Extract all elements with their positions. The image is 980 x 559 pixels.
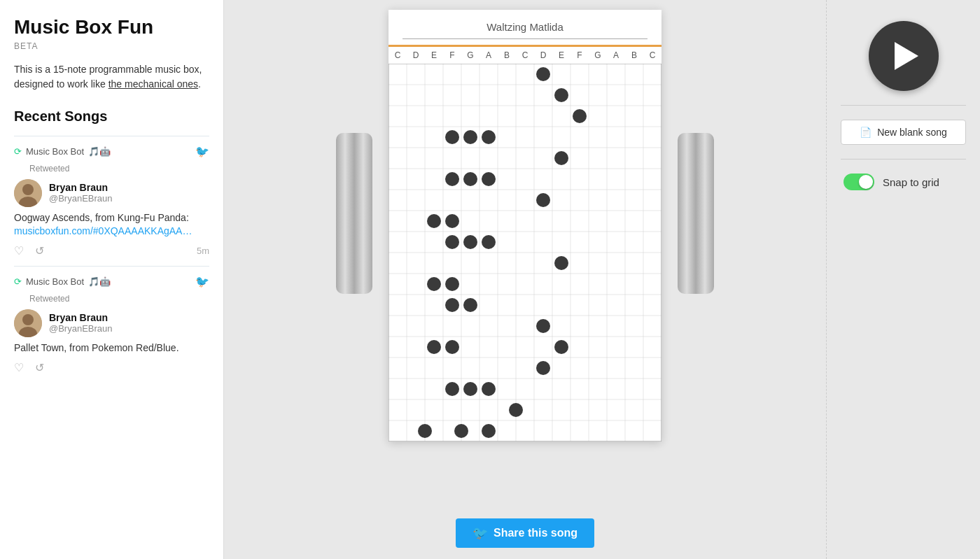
bot-name: Music Box Bot — [26, 146, 84, 157]
note-label: F — [443, 50, 461, 60]
svg-point-47 — [554, 151, 568, 165]
tweet-link[interactable]: musicboxfun.com/#0XQAAAAKKAgAA… — [14, 225, 192, 236]
svg-point-48 — [445, 172, 459, 186]
svg-point-64 — [445, 340, 459, 354]
new-song-label: New blank song — [877, 127, 947, 138]
svg-point-50 — [482, 172, 496, 186]
svg-point-55 — [463, 235, 477, 249]
play-icon — [895, 42, 918, 70]
svg-point-66 — [536, 361, 550, 375]
note-label: G — [589, 50, 607, 60]
user-info: Bryan Braun @BryanEBraun — [49, 312, 113, 334]
tweet-footer: ♡ ↺ — [14, 361, 209, 374]
svg-point-72 — [454, 424, 468, 438]
retweeted-label: Retweeted — [29, 164, 209, 174]
svg-point-69 — [482, 382, 496, 396]
note-label: A — [607, 50, 625, 60]
note-label: D — [407, 50, 425, 60]
svg-point-58 — [427, 277, 441, 291]
note-label: E — [552, 50, 570, 60]
divider — [841, 159, 966, 160]
svg-point-71 — [418, 424, 432, 438]
share-button-label: Share this song — [493, 527, 578, 539]
roller-right — [678, 133, 714, 294]
toggle-knob — [859, 175, 873, 189]
song-title: Waltzing Matlida — [402, 21, 648, 39]
divider — [841, 105, 966, 106]
svg-point-54 — [445, 235, 459, 249]
document-icon: 📄 — [860, 127, 872, 138]
roller-left — [336, 133, 372, 294]
beta-badge: BETA — [14, 41, 209, 51]
note-label: F — [570, 50, 589, 60]
user-handle: @BryanEBraun — [49, 193, 113, 204]
svg-point-1 — [22, 184, 34, 195]
svg-point-67 — [445, 382, 459, 396]
recent-songs-heading: Recent Songs — [14, 108, 209, 125]
twitter-share-icon: 🐦 — [472, 525, 488, 541]
like-button[interactable]: ♡ — [14, 361, 24, 374]
retweeted-label: Retweeted — [29, 294, 209, 304]
share-song-button[interactable]: 🐦 Share this song — [456, 518, 594, 548]
avatar — [14, 179, 42, 207]
tweet-content: Pallet Town, from Pokemon Red/Blue. — [14, 341, 209, 355]
mechanical-link[interactable]: the mechanical ones — [108, 78, 198, 90]
tweet-header: ⟳ Music Box Bot 🎵🤖 🐦 — [14, 145, 209, 158]
note-label: E — [425, 50, 443, 60]
note-labels-row: C D E F G A B C D E F G A B C — [388, 47, 662, 64]
music-grid[interactable] — [388, 64, 662, 441]
user-info: Bryan Braun @BryanEBraun — [49, 182, 113, 204]
tweet-user-row: Bryan Braun @BryanEBraun — [14, 179, 209, 207]
svg-point-59 — [445, 277, 459, 291]
snap-toggle[interactable] — [844, 174, 874, 190]
note-label: D — [534, 50, 552, 60]
tweet-card: ⟳ Music Box Bot 🎵🤖 🐦 Retweeted Bryan Bra… — [14, 136, 209, 266]
svg-point-41 — [536, 67, 550, 81]
svg-point-73 — [482, 424, 496, 438]
tweet-time: 5m — [197, 246, 209, 256]
svg-point-61 — [463, 298, 477, 312]
svg-point-51 — [536, 193, 550, 207]
svg-point-46 — [482, 130, 496, 144]
note-label: C — [643, 50, 662, 60]
note-label: G — [461, 50, 479, 60]
svg-point-52 — [427, 214, 441, 228]
right-panel: 📄 New blank song Snap to grid — [826, 0, 980, 559]
music-paper: Waltzing Matlida C D E F G A B C D E F G… — [388, 10, 662, 441]
retweet-button[interactable]: ↺ — [35, 361, 44, 374]
app-title: Music Box Fun — [14, 17, 209, 38]
note-label: B — [498, 50, 516, 60]
note-label: A — [479, 50, 498, 60]
svg-point-53 — [445, 214, 459, 228]
tweet-header: ⟳ Music Box Bot 🎵🤖 🐦 — [14, 275, 209, 288]
bot-name: Music Box Bot — [26, 276, 84, 287]
tweet-content: Oogway Ascends, from Kung-Fu Panda: musi… — [14, 211, 209, 239]
svg-point-65 — [554, 340, 568, 354]
user-name: Bryan Braun — [49, 312, 113, 323]
user-name: Bryan Braun — [49, 182, 113, 193]
svg-point-60 — [445, 298, 459, 312]
new-blank-song-button[interactable]: 📄 New blank song — [841, 120, 966, 145]
tweet-footer: ♡ ↺ 5m — [14, 244, 209, 257]
song-title-area: Waltzing Matlida — [388, 10, 662, 45]
svg-point-45 — [463, 130, 477, 144]
like-button[interactable]: ♡ — [14, 244, 24, 257]
share-button-area: 🐦 Share this song — [224, 509, 826, 559]
svg-point-63 — [427, 340, 441, 354]
snap-label: Snap to grid — [883, 176, 939, 188]
app-description: This is a 15-note programmable music box… — [14, 62, 209, 92]
svg-point-70 — [509, 403, 523, 417]
retweet-icon: ⟳ — [14, 276, 22, 287]
note-label: C — [516, 50, 534, 60]
svg-point-57 — [554, 256, 568, 270]
tweet-card: ⟳ Music Box Bot 🎵🤖 🐦 Retweeted Bryan Bra… — [14, 266, 209, 383]
tweet-user-row: Bryan Braun @BryanEBraun — [14, 309, 209, 337]
svg-point-4 — [22, 314, 34, 325]
twitter-icon: 🐦 — [195, 145, 209, 158]
user-handle: @BryanEBraun — [49, 323, 113, 334]
twitter-icon: 🐦 — [195, 275, 209, 288]
svg-point-68 — [463, 382, 477, 396]
play-button[interactable] — [869, 21, 939, 91]
retweet-button[interactable]: ↺ — [35, 244, 44, 257]
retweet-icon: ⟳ — [14, 146, 22, 157]
